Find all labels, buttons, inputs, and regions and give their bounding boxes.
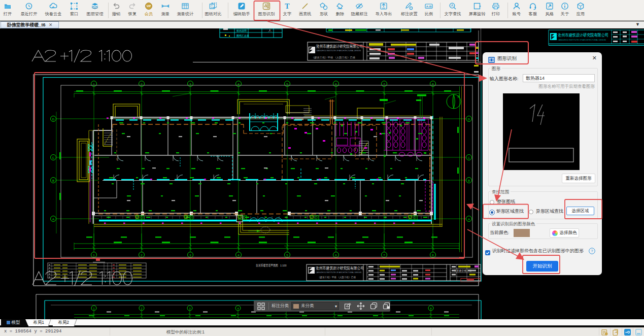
svg-text:1: 1 — [93, 254, 95, 257]
svg-text:A:B: A:B — [426, 5, 432, 8]
svg-text:《建设工程》甲级 《人防工程》乙级: 《建设工程》甲级 《人防工程》乙级 — [312, 56, 355, 59]
svg-text:A: A — [451, 4, 454, 7]
svg-text:VIP: VIP — [147, 5, 151, 8]
svg-text:首层采暖管道平面图: 首层采暖管道平面图 — [256, 263, 278, 267]
svg-text:沧州市建筑设计研究院有限公司: 沧州市建筑设计研究院有限公司 — [315, 266, 364, 271]
svg-text:A: A — [52, 218, 54, 221]
svg-text:1: 1 — [93, 307, 94, 310]
svg-text:CANGZHOU INSTITUTE OF ARCHITEC: CANGZHOU INSTITUTE OF ARCHITECTURAL DESI… — [316, 272, 361, 274]
svg-text:D: D — [468, 118, 470, 121]
svg-text:T: T — [285, 3, 290, 10]
svg-text:D: D — [52, 118, 55, 121]
svg-text:《建设工程》甲级 《人防工程》乙级: 《建设工程》甲级 《人防工程》乙级 — [318, 276, 356, 279]
svg-text:北: 北 — [457, 95, 460, 98]
svg-text:4: 4 — [238, 254, 240, 257]
svg-text:A: A — [468, 218, 470, 221]
svg-text:人: 人 — [268, 29, 272, 32]
svg-text:CANGZHOU INSTITUTE OF ARCHITEC: CANGZHOU INSTITUTE OF ARCHITECTURAL DESI… — [558, 39, 606, 41]
svg-text:C: C — [52, 156, 55, 159]
svg-text:图纸汇总表: 图纸汇总表 — [236, 34, 249, 38]
svg-text:6: 6 — [335, 254, 337, 257]
svg-text:8: 8 — [430, 307, 431, 310]
svg-text:3: 3 — [189, 307, 190, 310]
svg-text:3: 3 — [189, 254, 191, 257]
svg-text:2: 2 — [141, 254, 143, 257]
svg-text:沧州市建筑设计研究院有限公司: 沧州市建筑设计研究院有限公司 — [557, 32, 608, 38]
svg-text:B: B — [52, 179, 54, 182]
svg-text:7: 7 — [383, 254, 385, 257]
svg-text:1:100: 1:100 — [280, 264, 287, 267]
svg-text:4: 4 — [237, 307, 239, 310]
svg-text:8: 8 — [432, 254, 434, 257]
svg-text:2: 2 — [141, 307, 142, 310]
svg-text:沧州市建筑设计研究院有限公司: 沧州市建筑设计研究院有限公司 — [316, 44, 363, 49]
svg-text:B: B — [468, 179, 470, 182]
svg-text:C: C — [468, 156, 470, 159]
svg-text:?: ? — [591, 249, 593, 253]
svg-text:CANGZHOU INSTITUTE OF ARCHITEC: CANGZHOU INSTITUTE OF ARCHITECTURAL DESI… — [316, 49, 361, 52]
svg-text:5: 5 — [286, 254, 288, 257]
svg-text:标高说明: 标高说明 — [236, 29, 247, 32]
